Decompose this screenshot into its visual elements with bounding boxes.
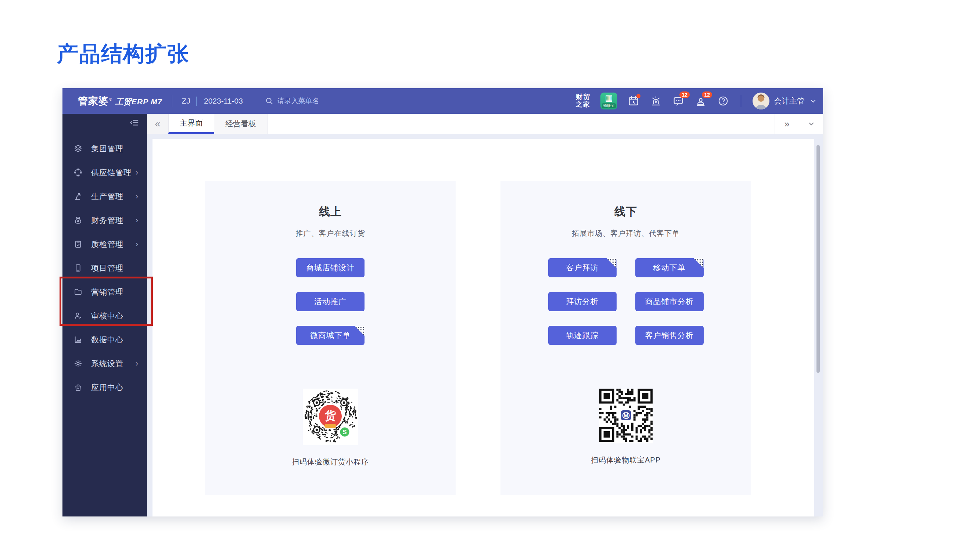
online-qr-caption: 扫码体验微订货小程序 (292, 457, 369, 467)
help-icon[interactable] (717, 95, 729, 107)
online-card: 线上 推广、客户在线订货 商城店铺设计活动推广微商城下单 货S 扫码体验微订货小… (205, 181, 456, 495)
svg-text:Ⓜ: Ⓜ (622, 411, 630, 419)
sidebar: 集团管理供应链管理›生产管理›财务管理›质检管理›项目管理营销管理审核中心数据中… (62, 114, 147, 516)
sidebar-item-production[interactable]: 生产管理› (62, 184, 147, 208)
offline-card: 线下 拓展市场、客户拜访、代客下单 客户拜访移动下单拜访分析商品铺市分析轨迹跟踪… (501, 181, 751, 495)
page-title: 产品结构扩张 (57, 40, 189, 68)
sidebar-item-data-center[interactable]: 数据中心 (62, 328, 147, 351)
user-code: ZJ (182, 97, 190, 105)
online-button-campaign-promo[interactable]: 活动推广 (296, 292, 364, 311)
content-panel: 线上 推广、客户在线订货 商城店铺设计活动推广微商城下单 货S 扫码体验微订货小… (153, 139, 814, 516)
chevron-right-icon: › (135, 360, 138, 368)
home-logo-line1: 财贸 (576, 94, 590, 101)
sidebar-item-quality[interactable]: 质检管理› (62, 232, 147, 256)
offline-qr-caption: 扫码体验物联宝APP (591, 455, 661, 465)
sidebar-item-project[interactable]: 项目管理 (62, 256, 147, 280)
caimao-home-logo[interactable]: 财贸 之家 (576, 94, 590, 108)
button-label: 移动下单 (653, 263, 686, 273)
app-qr-code: Ⓜ (599, 389, 652, 443)
offline-button-customer-sales-analysis[interactable]: 客户销售分析 (635, 326, 704, 345)
erp-app-window: 管家婆 ® 工贸ERP M7 ZJ │ 2023-11-03 财贸 之家 ▦ (62, 88, 823, 516)
topbar: 管家婆 ® 工贸ERP M7 ZJ │ 2023-11-03 财贸 之家 ▦ (62, 88, 823, 114)
brand-name: 管家婆 (78, 94, 109, 108)
qr-corner-icon (694, 258, 704, 268)
sidebar-item-label: 生产管理 (91, 191, 124, 202)
miniprogram-qr-code: 货S (303, 389, 358, 445)
calendar-icon[interactable] (627, 95, 640, 107)
tab-main-screen[interactable]: 主界面 (168, 114, 214, 134)
button-label: 活动推广 (314, 297, 347, 307)
qr-corner-icon (607, 258, 617, 268)
offline-button-mobile-order[interactable]: 移动下单 (635, 258, 704, 277)
gear-icon (73, 359, 83, 368)
online-button-shop-design[interactable]: 商城店铺设计 (296, 258, 364, 277)
chevron-right-icon: › (135, 240, 138, 248)
svg-text:S: S (342, 429, 347, 436)
money-bag-icon (73, 216, 83, 225)
tabs-scroll-left-icon[interactable]: « (147, 114, 168, 134)
vertical-scrollbar[interactable] (816, 145, 820, 373)
search-icon (265, 97, 274, 105)
user-role-label: 会计主管 (774, 96, 805, 106)
button-label: 商城店铺设计 (306, 263, 355, 273)
sidebar-item-audit-center[interactable]: 审核中心 (62, 304, 147, 328)
main-content: 线上 推广、客户在线订货 商城店铺设计活动推广微商城下单 货S 扫码体验微订货小… (147, 134, 823, 516)
chevron-right-icon: › (135, 192, 138, 200)
offline-button-track-trace[interactable]: 轨迹跟踪 (548, 326, 617, 345)
topbar-divider (172, 95, 172, 107)
user-menu[interactable]: 会计主管 (752, 92, 817, 110)
sidebar-item-supply-chain[interactable]: 供应链管理› (62, 160, 147, 184)
registered-mark: ® (109, 97, 112, 102)
session-date: 2023-11-03 (204, 97, 243, 105)
sidebar-item-label: 供应链管理 (91, 167, 132, 178)
online-card-title: 线上 (205, 204, 456, 219)
tab-business-dashboard[interactable]: 经营看板 (214, 114, 267, 134)
button-label: 微商城下单 (310, 330, 350, 340)
sidebar-item-group-management[interactable]: 集团管理 (62, 137, 147, 160)
brand-product: 工贸ERP M7 (115, 97, 162, 107)
tab-bar: « 主界面经营看板 » (147, 114, 823, 134)
chart-icon (73, 335, 83, 345)
chevron-down-icon (809, 97, 817, 105)
sidebar-item-label: 系统设置 (91, 359, 124, 369)
offline-button-distribution-analysis[interactable]: 商品铺市分析 (635, 292, 704, 311)
supply-chain-icon (73, 168, 83, 178)
offline-card-subtitle: 拓展市场、客户拜访、代客下单 (501, 229, 751, 238)
approval-stamp-icon[interactable]: 12 (695, 95, 707, 107)
wulianbao-app-icon[interactable]: ▦ 物联宝 (600, 92, 617, 110)
sidebar-item-label: 项目管理 (91, 263, 124, 273)
button-label: 商品铺市分析 (645, 297, 694, 307)
home-logo-line2: 之家 (576, 101, 590, 108)
tabs-scroll-right-icon[interactable]: » (775, 114, 799, 134)
sidebar-item-label: 营销管理 (91, 287, 124, 297)
tabbar-spacer (267, 114, 775, 134)
person-check-icon (73, 311, 83, 321)
sidebar-collapse-icon[interactable] (129, 118, 140, 129)
approval-badge: 12 (702, 92, 712, 98)
sidebar-item-label: 集团管理 (91, 144, 124, 154)
avatar (752, 92, 770, 110)
layers-icon (73, 144, 83, 154)
offline-button-visit-analysis[interactable]: 拜访分析 (548, 292, 617, 311)
qr-glyph-icon: ▦ (605, 92, 613, 103)
sidebar-item-app-center[interactable]: 应用中心 (62, 375, 147, 399)
tabs-collapse-icon[interactable] (799, 114, 823, 134)
offline-button-customer-visit[interactable]: 客户拜访 (548, 258, 617, 277)
sidebar-item-system-settings[interactable]: 系统设置› (62, 351, 147, 375)
menu-search[interactable] (265, 97, 362, 105)
svg-text:货: 货 (325, 410, 336, 422)
production-icon (73, 192, 83, 201)
shopping-bag-icon (73, 383, 83, 392)
session-divider: │ (195, 97, 199, 105)
sidebar-item-marketing[interactable]: 营销管理 (62, 280, 147, 304)
qr-corner-icon (355, 326, 364, 336)
sidebar-item-label: 审核中心 (91, 311, 124, 321)
tablet-icon (73, 264, 83, 273)
sidebar-item-finance[interactable]: 财务管理› (62, 208, 147, 232)
alarm-icon[interactable] (650, 95, 662, 107)
menu-search-input[interactable] (277, 97, 362, 105)
messages-icon[interactable]: 12 (672, 95, 684, 107)
online-button-wechat-order[interactable]: 微商城下单 (296, 326, 364, 345)
button-label: 拜访分析 (566, 297, 598, 307)
clipboard-check-icon (73, 240, 83, 249)
